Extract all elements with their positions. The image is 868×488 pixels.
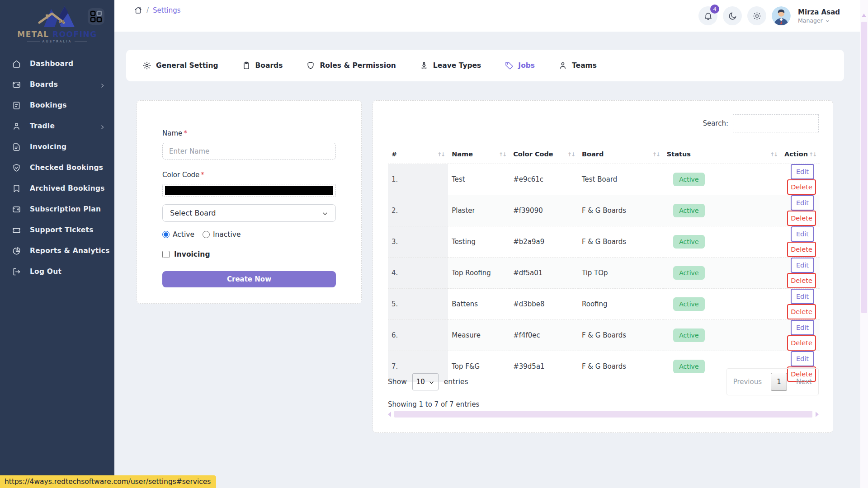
sidebar-item[interactable]: Archived Bookings [0,178,114,199]
delete-button[interactable]: Delete [787,304,816,319]
next-page-button[interactable]: Next [796,378,812,386]
sidebar: METAL ROOFING AUSTRALIA Dashboard [0,0,114,488]
avatar[interactable] [772,6,791,25]
edit-button[interactable]: Edit [791,351,814,366]
settings-tab[interactable]: Teams [558,61,597,70]
invoicing-checkbox-row[interactable]: Invoicing [162,250,336,258]
settings-button[interactable] [747,6,766,25]
column-header[interactable]: Color Code ↑↓ [509,144,578,164]
sort-icon[interactable]: ↑↓ [770,151,777,158]
sort-icon[interactable]: ↑↓ [652,151,660,158]
page-size-select[interactable]: 10 [412,373,439,390]
chevron-down-icon [429,379,434,385]
breadcrumb-current[interactable]: Settings [153,6,181,14]
logo-subtitle: AUSTRALIA [27,40,88,43]
required-asterisk: * [184,129,187,137]
sort-icon[interactable]: ↑↓ [809,151,816,158]
sidebar-item[interactable]: Dashboard [0,53,114,74]
bookings-icon [12,101,21,110]
settings-tab[interactable]: General Setting [142,61,218,70]
job-board: F & G Boards [578,320,663,351]
column-header[interactable]: # ↑↓ [388,144,448,164]
status-radio-inactive[interactable]: Inactive [203,230,241,239]
settings-tab[interactable]: Roles & Permission [306,61,396,70]
job-name: Testing [448,226,509,258]
sidebar-item[interactable]: Reports & Analytics [0,240,114,261]
column-header[interactable]: Name ↑↓ [448,144,509,164]
vertical-scrollbar-thumb[interactable] [861,22,867,313]
home-icon[interactable] [134,6,142,14]
column-header[interactable]: Board ↑↓ [578,144,663,164]
sidebar-toggle-button[interactable] [88,8,104,25]
status-badge: Active [673,235,705,249]
edit-button[interactable]: Edit [791,289,814,304]
bookmark-icon [12,184,21,193]
delete-button[interactable]: Delete [787,211,816,226]
vertical-scrollbar[interactable] [860,0,868,488]
sidebar-nav: Dashboard Boards Bookings Tra [0,53,114,282]
current-page-button[interactable]: 1 [771,373,787,391]
horizontal-scrollbar-thumb[interactable] [394,411,812,418]
sidebar-item[interactable]: Support Tickets [0,220,114,240]
active-radio[interactable] [162,231,170,238]
invoicing-checkbox[interactable] [162,251,170,258]
sidebar-item[interactable]: Invoicing [0,136,114,157]
sort-icon[interactable]: ↑↓ [437,151,444,158]
user-role: Manager [798,17,823,24]
edit-button[interactable]: Edit [791,226,814,242]
user-icon [558,61,567,70]
column-header[interactable]: Status ↑↓ [663,144,781,164]
table-row: 4. Top Roofing #df5a01 Tip TOp Active Ed… [388,258,820,289]
sidebar-item[interactable]: Tradie [0,116,114,136]
user-menu[interactable]: Mirza Asad Manager [798,8,840,24]
sidebar-item[interactable]: Boards [0,74,114,95]
sidebar-item[interactable]: Log Out [0,261,114,282]
sidebar-item[interactable]: Checked Bookings [0,157,114,178]
sort-icon[interactable]: ↑↓ [567,151,575,158]
settings-tabs: General Setting Boards Roles & Permissio… [126,50,844,81]
scroll-right-icon[interactable] [816,412,819,417]
column-header[interactable]: Action ↑↓ [781,144,820,164]
breadcrumb-separator: / [146,6,149,14]
logo-title-secondary: ROOFING [52,30,97,39]
inactive-radio[interactable] [203,231,210,238]
delete-button[interactable]: Delete [787,242,816,257]
row-number: 2. [388,195,448,226]
board-select-value: Select Board [170,209,216,217]
sidebar-item-label: Checked Bookings [30,164,103,172]
status-radio-active[interactable]: Active [162,230,194,239]
job-color-code: #b2a9a9 [509,226,578,258]
edit-button[interactable]: Edit [791,164,814,179]
avatar-image-icon [772,6,791,25]
table-row: 2. Plaster #f39090 F & G Boards Active E… [388,195,820,226]
logo-title-primary: METAL [17,30,49,39]
sort-icon[interactable]: ↑↓ [499,151,506,158]
previous-page-button[interactable]: Previous [733,378,762,386]
sidebar-item[interactable]: Subscription Plan [0,199,114,220]
dark-mode-button[interactable] [723,6,742,25]
scroll-up-icon[interactable] [862,14,866,17]
edit-button[interactable]: Edit [791,320,814,335]
sidebar-item-label: Invoicing [30,143,66,151]
search-input[interactable] [733,114,819,132]
create-now-button[interactable]: Create Now [162,271,336,287]
edit-button[interactable]: Edit [791,195,814,211]
notifications-button[interactable]: 4 [698,6,717,25]
sidebar-item-label: Log Out [30,267,61,276]
settings-tab[interactable]: Boards [242,61,283,70]
job-name: Plaster [448,195,509,226]
name-input[interactable] [162,143,336,160]
scroll-left-icon[interactable] [388,412,391,417]
sidebar-item[interactable]: Bookings [0,95,114,116]
edit-button[interactable]: Edit [791,258,814,273]
settings-tab[interactable]: Jobs [505,61,535,70]
settings-tab[interactable]: Leave Types [420,61,481,70]
delete-button[interactable]: Delete [787,179,816,195]
board-select[interactable]: Select Board [162,204,336,222]
color-code-input[interactable] [162,184,336,197]
delete-button[interactable]: Delete [787,273,816,288]
sidebar-item-label: Bookings [30,101,67,109]
table-row: 5. Battens #d3bbe8 Roofing Active Edit D… [388,289,820,320]
delete-button[interactable]: Delete [787,335,816,351]
color-swatch [165,186,333,195]
